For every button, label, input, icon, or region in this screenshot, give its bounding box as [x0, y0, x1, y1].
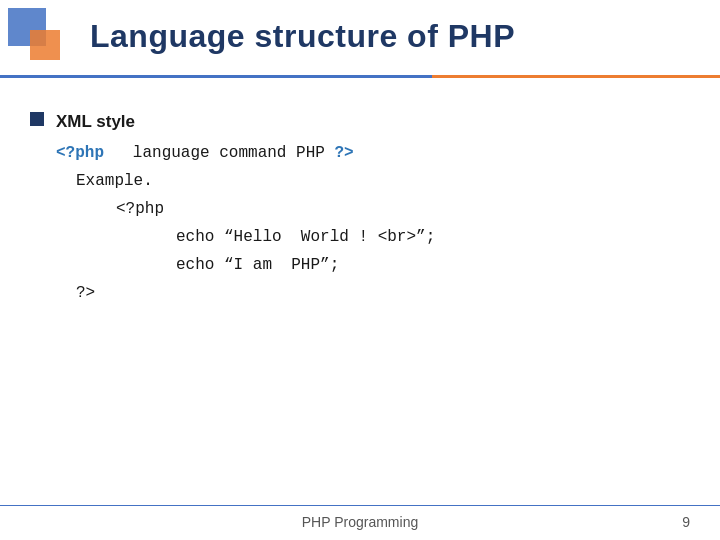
- code-line-1-middle: language command PHP: [114, 144, 335, 162]
- content-text: XML style <?php language command PHP ?> …: [56, 108, 435, 307]
- footer: PHP Programming 9: [0, 514, 720, 530]
- orange-rect: [30, 30, 60, 60]
- page-title: Language structure of PHP: [90, 18, 700, 55]
- code-line-php-open: <?php: [116, 195, 435, 223]
- bullet-section: XML style <?php language command PHP ?> …: [30, 108, 690, 307]
- php-close-tag: ?>: [334, 144, 353, 162]
- code-block: <?php language command PHP ?> Example. <…: [56, 139, 435, 307]
- title-divider: [0, 75, 720, 78]
- xml-style-label: XML style: [56, 108, 435, 135]
- code-line-1: <?php language command PHP ?>: [56, 139, 435, 167]
- code-line-example: Example.: [76, 167, 435, 195]
- title-bar: Language structure of PHP: [90, 18, 700, 55]
- footer-divider: [0, 505, 720, 507]
- code-line-echo2: echo “I am PHP”;: [176, 251, 435, 279]
- code-line-php-close: ?>: [76, 279, 435, 307]
- code-line-echo1: echo “Hello World ! <br>”;: [176, 223, 435, 251]
- main-content: XML style <?php language command PHP ?> …: [30, 88, 690, 490]
- corner-decoration: [0, 0, 80, 80]
- bullet-icon: [30, 112, 44, 126]
- php-open-tag: <?php: [56, 144, 104, 162]
- footer-page: 9: [682, 514, 690, 530]
- footer-label: PHP Programming: [302, 514, 418, 530]
